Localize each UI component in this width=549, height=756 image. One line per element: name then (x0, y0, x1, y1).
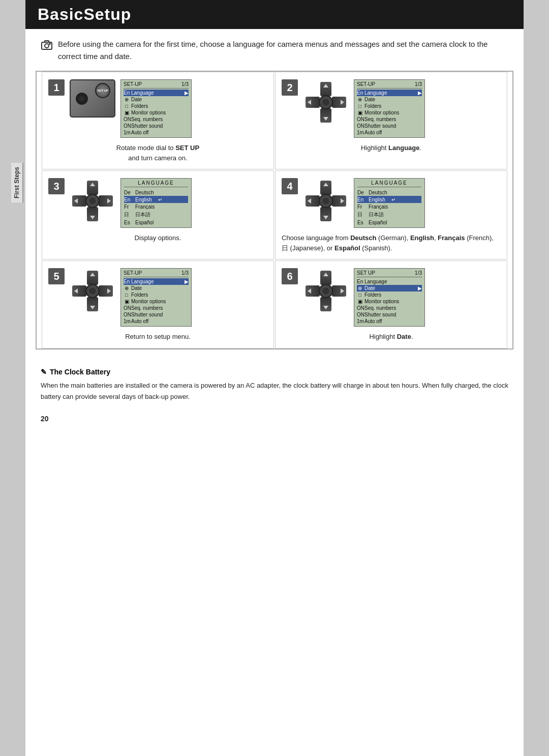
dpad-arrow-right (341, 288, 344, 294)
sidebar-label: First Steps (11, 163, 23, 202)
camera-note-icon (41, 39, 53, 51)
dpad-arrow-up (323, 273, 328, 276)
lcd-page: 1/3 (415, 81, 422, 87)
dpad-arrow-up (323, 183, 328, 186)
lcd-lang-spanish-4: Es Español (357, 219, 421, 226)
dpad (306, 181, 346, 221)
lcd-row-folders-2: □ Folders (357, 103, 422, 109)
step-5-content: 5 (48, 268, 267, 327)
step-2-cell: 2 (275, 72, 507, 169)
dpad-arrow-down (323, 216, 328, 219)
step-5-dpad (70, 268, 115, 314)
title-bar: BasicSetup (25, 0, 524, 29)
step-1-cell: 1 SET UP SET-UP 1/3 En Langua (42, 72, 274, 169)
lcd-label: Language (364, 90, 387, 96)
lcd-label: Language (131, 90, 154, 96)
dpad-arrow-right (341, 100, 344, 105)
dpad-arrow-up (90, 273, 95, 276)
lcd-label: Monitor options (131, 110, 166, 115)
dpad-center (319, 95, 333, 109)
lcd-title-5: SET-UP 1/3 (124, 270, 189, 277)
lcd-row-monitor-2: ▣ Monitor options (357, 109, 422, 116)
lcd-row-seq-2: ON Seq. numbers (357, 116, 422, 123)
lcd-icon: ON (124, 123, 130, 129)
dpad-center-inner (322, 197, 330, 205)
dpad (306, 82, 346, 123)
lcd-row-seq-5: ON Seq. numbers (124, 305, 189, 311)
lcd-label: Seq. numbers (131, 117, 163, 122)
dpad-arrow-right (341, 198, 344, 203)
lcd-arrow: ▶ (185, 90, 189, 96)
step-2-dpad (303, 79, 349, 125)
lcd-label: Shutter sound (131, 123, 163, 129)
lcd-row-language-6: En Language (357, 278, 422, 285)
lcd-row-shutter-1: ON Shutter sound (124, 123, 189, 129)
step-1-lcd: SET-UP 1/3 En Language ▶ ⊕ Date □ Fold (120, 79, 192, 138)
dpad-center (319, 284, 333, 298)
lcd-icon: ⊕ (124, 97, 130, 102)
steps-grid: 1 SET UP SET-UP 1/3 En Langua (36, 71, 513, 350)
lcd-icon: En (124, 90, 130, 96)
lcd-label: Date (131, 97, 142, 102)
step-6-number: 6 (282, 268, 298, 284)
step-3-caption: Display options. (135, 233, 181, 243)
dpad-arrow-down (90, 216, 95, 219)
step-5-cell: 5 (42, 260, 274, 348)
lcd-label: Folders (131, 103, 148, 109)
notes-title-text: The Clock Battery (50, 368, 110, 376)
lcd-row-language-5: En Language ▶ (124, 278, 189, 285)
lcd-row-auto-6: 1m Auto off (357, 318, 422, 325)
dpad-arrow-down (323, 117, 328, 121)
lcd-lang-english-4: En English ↵ (357, 196, 421, 203)
lcd-row-monitor-6: ▣ Monitor options (357, 298, 422, 305)
dpad-arrow-down (323, 306, 328, 309)
lcd-row-shutter-6: ON Shutter sound (357, 311, 422, 318)
dpad-arrow-right (107, 198, 111, 203)
lcd-title-text: SET-UP (124, 81, 142, 87)
lcd-lang-french-3: Fr Français (124, 203, 188, 210)
lcd-title-1: SET-UP 1/3 (124, 81, 189, 89)
dpad-center-inner (88, 197, 97, 205)
lcd-label: Auto off (131, 130, 148, 135)
step-4-dpad (303, 178, 349, 224)
dpad (306, 271, 346, 311)
dpad-center-inner (322, 287, 330, 295)
lcd-icon: En (357, 90, 363, 96)
lcd-row-seq-1: ON Seq. numbers (124, 116, 189, 123)
lcd-row-auto-2: 1m Auto off (357, 129, 422, 136)
step-5-caption: Return to setup menu. (125, 332, 191, 342)
lcd-icon: 1m (124, 130, 130, 135)
step-2-lcd: SET-UP 1/3 En Language ▶ ⊕ Date □ Fold (354, 79, 425, 138)
lcd-icon: □ (124, 103, 130, 109)
dpad-center (319, 194, 333, 208)
step-1-caption: Rotate mode dial to SET UPand turn camer… (116, 143, 199, 163)
lcd-icon: ▣ (124, 110, 130, 115)
step-4-cell: 4 (275, 170, 507, 259)
lcd-row-shutter-2: ON Shutter sound (357, 123, 422, 129)
intro-text: Before using the camera for the first ti… (58, 38, 508, 63)
intro-section: Before using the camera for the first ti… (25, 38, 524, 71)
step-5-number: 5 (48, 268, 65, 284)
lcd-lang-english-3: En English ↵ (124, 196, 188, 203)
lcd-lang-spanish-3: Es Español (124, 219, 188, 226)
svg-point-3 (49, 43, 50, 44)
notes-title: ✎ The Clock Battery (41, 368, 508, 376)
camera-dial: SET UP (95, 83, 110, 98)
lcd-row-date-5: ⊕ Date (124, 285, 189, 292)
step-2-content: 2 (282, 79, 501, 138)
lcd-row-folders-6: □ Folders (357, 292, 422, 298)
step-4-content: 4 (282, 178, 501, 228)
step-2-number: 2 (282, 79, 298, 96)
camera-body: SET UP (70, 79, 115, 118)
dpad-arrow-right (107, 288, 111, 294)
lcd-title-6: SET UP 1/3 (357, 270, 422, 277)
lcd-lang-french-4: Fr Français (357, 203, 421, 210)
step-1-content: 1 SET UP SET-UP 1/3 En Langua (48, 79, 267, 138)
step-3-number: 3 (48, 178, 65, 194)
page-number: 20 (25, 413, 524, 427)
notes-section: ✎ The Clock Battery When the main batter… (25, 360, 524, 413)
step-1-number: 1 (48, 79, 65, 96)
step-4-lcd: LANGUAGE De Deutsch En English ↵ Fr Fran… (354, 178, 425, 228)
step-6-content: 6 (282, 268, 501, 327)
dpad (72, 181, 113, 221)
